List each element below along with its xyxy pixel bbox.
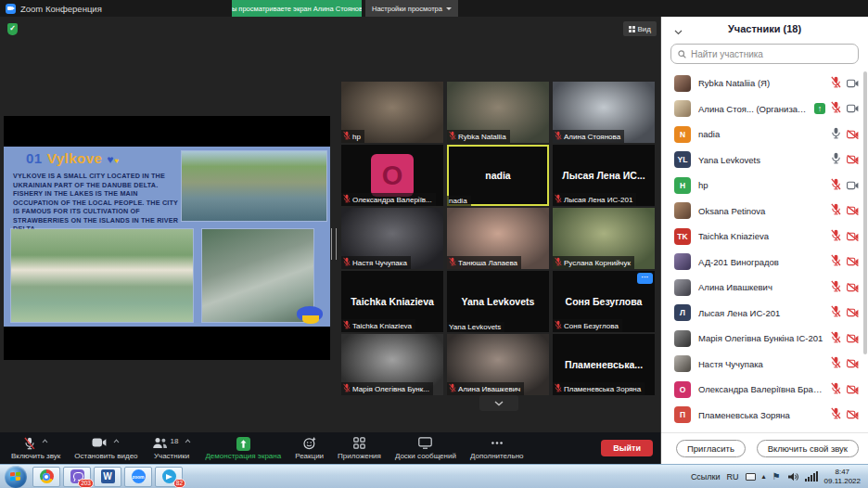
toolbar-item-reactions[interactable]: Реакции — [295, 437, 324, 460]
avatar: TK — [674, 228, 691, 245]
view-button[interactable]: Вид — [623, 21, 657, 36]
start-button[interactable] — [5, 466, 27, 488]
camera-off-icon — [847, 253, 859, 270]
mic-muted-icon — [555, 194, 562, 205]
tile-name-label: Соня Безуглова — [553, 319, 622, 332]
network-icon[interactable] — [805, 471, 818, 482]
participant-status-icons — [831, 126, 859, 143]
scrollbar[interactable] — [863, 71, 867, 354]
keyboard-layout-icon[interactable] — [746, 473, 756, 481]
video-tile[interactable]: Танюша Лапаева — [447, 208, 549, 269]
word-icon: W — [101, 469, 115, 483]
leave-button[interactable]: Выйти — [601, 440, 653, 456]
chevron-down-icon[interactable] — [674, 26, 683, 37]
reactions-icon — [303, 437, 316, 452]
mic-icon — [831, 126, 841, 143]
camera-off-icon — [847, 381, 859, 398]
participant-row[interactable]: АД-201 Виноградов — [661, 250, 868, 276]
toolbar-item-more[interactable]: Дополнительно — [470, 437, 524, 460]
participant-name: Алина Ивашкевич — [698, 282, 823, 292]
participant-name: hp — [698, 180, 823, 190]
chevron-up-icon[interactable] — [42, 437, 48, 445]
chevron-down-icon — [494, 401, 504, 406]
security-shield-icon[interactable]: ✓ — [7, 23, 18, 35]
participant-row[interactable]: Rybka Nataliia (Я) — [661, 71, 868, 96]
tile-more-button[interactable]: ··· — [637, 273, 653, 284]
taskbar-app-viber[interactable]: 203 — [63, 467, 91, 487]
camera-off-icon — [847, 304, 859, 321]
toolbar-item-unmute[interactable]: Включить звук — [11, 437, 60, 460]
language-indicator[interactable]: RU — [727, 472, 739, 482]
tile-name-label: Марія Олегівна Бунк... — [341, 382, 433, 395]
camera-icon — [92, 437, 107, 450]
toolbar-item-whiteboards[interactable]: Доски сообщений — [395, 437, 456, 460]
speaker-icon[interactable] — [787, 472, 798, 482]
participant-row[interactable]: Nnadia — [661, 122, 868, 148]
mic-muted-icon — [831, 330, 841, 347]
panel-divider-handle[interactable] — [331, 228, 337, 260]
participant-row[interactable]: Hhp — [661, 173, 868, 199]
meeting-toolbar: Включить звукОстановить видео18Участники… — [0, 432, 660, 464]
collapse-videos-button[interactable] — [479, 395, 518, 411]
video-tile[interactable]: Rybka Nataliia — [447, 82, 549, 143]
taskbar-app-telegram[interactable]: 82 — [155, 467, 183, 487]
video-tile[interactable]: Настя Чучупака — [341, 208, 443, 269]
links-toolbar-label[interactable]: Ссылки — [691, 472, 721, 482]
action-center-flag-icon[interactable]: ⚑ — [772, 472, 781, 482]
toolbar-item-participants[interactable]: 18Участники — [152, 437, 192, 460]
taskbar-app-word[interactable]: W — [94, 467, 121, 487]
mic-muted-icon — [831, 253, 841, 270]
invite-button[interactable]: Пригласить — [676, 440, 746, 457]
toolbar-item-stop-video[interactable]: Остановить видео — [74, 437, 137, 460]
presentation-slide: 01 Vylkove ♥ ♥ VYLKOVE IS A SMALL CITY L… — [4, 147, 330, 327]
video-tile[interactable]: Yana LevkovetsYana Levkovets — [447, 271, 549, 332]
video-tile[interactable]: nadianadia — [447, 145, 549, 206]
participant-row[interactable]: Oksana Petinova — [661, 199, 868, 225]
participants-footer: Пригласить Включить свой звук — [661, 432, 868, 464]
video-tile[interactable]: Taichka KniazievaTaichka Kniazieva — [341, 271, 443, 332]
search-icon — [678, 50, 686, 58]
chevron-up-icon[interactable] — [185, 437, 191, 445]
video-tile[interactable]: Пламеневська...Пламеневська Зоряна — [553, 334, 655, 395]
unmute-self-button[interactable]: Включить свой звук — [757, 440, 859, 457]
participant-row[interactable]: ООлександра Валеріївна Браніш — [661, 377, 868, 403]
video-tile[interactable]: Лысая Лена ИС...Лысая Лена ИС-201 — [553, 145, 655, 206]
participant-row[interactable]: ЛЛысая Лена ИС-201 — [661, 301, 868, 327]
toolbar-item-share-screen[interactable]: Демонстрация экрана — [205, 437, 281, 460]
show-hidden-icons-button[interactable]: ▴ — [762, 472, 766, 481]
video-tile[interactable]: hp — [341, 82, 443, 143]
taskbar-app-chrome[interactable] — [32, 467, 60, 487]
video-tile[interactable]: Алина Ивашкевич — [447, 334, 549, 395]
participant-row[interactable]: Марія Олегівна Бункіна ІС-201 — [661, 326, 868, 352]
video-tile[interactable]: Соня Безуглова···Соня Безуглова — [553, 271, 655, 332]
video-tile[interactable]: ООлександра Валеріїв... — [341, 145, 443, 206]
video-tile[interactable]: Руслана Корнийчук — [553, 208, 655, 269]
participant-name: Oksana Petinova — [698, 206, 823, 216]
video-tile[interactable]: Марія Олегівна Бунк... — [341, 334, 443, 395]
participant-row[interactable]: ППламеневська Зоряна — [661, 403, 868, 429]
mic-muted-icon — [449, 257, 456, 268]
view-settings-button[interactable]: Настройки просмотра — [365, 0, 458, 17]
avatar — [674, 100, 691, 117]
mic-muted-icon — [24, 437, 35, 452]
participant-row[interactable]: Настя Чучупака — [661, 352, 868, 378]
participant-row[interactable]: Алина Ивашкевич — [661, 275, 868, 301]
video-tile[interactable]: Алина Стоянова — [553, 82, 655, 143]
letter-avatar: О — [371, 154, 414, 197]
chrome-icon — [40, 469, 54, 483]
participant-row[interactable]: Алина Стоя... (Организатор)↑ — [661, 96, 868, 122]
participant-row[interactable]: TKTaichka Kniazieva — [661, 224, 868, 250]
taskbar-clock[interactable]: 8:47 09.11.2022 — [824, 468, 861, 485]
participant-row[interactable]: YLYana Levkovets — [661, 148, 868, 173]
tile-name-label: nadia — [447, 196, 471, 206]
search-participant-input[interactable]: Найти участника — [670, 44, 859, 64]
camera-off-icon — [847, 126, 859, 143]
taskbar-app-zoom[interactable]: zoom — [124, 467, 152, 487]
participant-status-icons — [831, 381, 859, 398]
meeting-stage: ✓ Вид 01 Vylkove ♥ ♥ VYLKOVE IS A SMALL … — [0, 17, 660, 432]
tile-name-label: Rybka Nataliia — [447, 130, 510, 143]
avatar — [674, 202, 691, 219]
more-icon — [491, 437, 504, 451]
toolbar-item-apps[interactable]: Приложения — [338, 437, 381, 460]
chevron-up-icon[interactable] — [113, 437, 120, 445]
